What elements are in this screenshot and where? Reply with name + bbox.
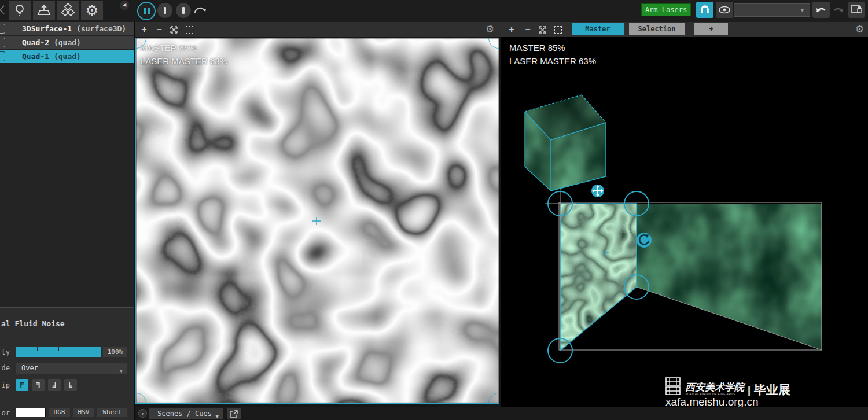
tab-selection[interactable]: Selection (629, 23, 685, 35)
wheel-button[interactable]: Wheel (97, 408, 127, 417)
zoom-in-icon[interactable]: + (506, 22, 517, 37)
view-preset-dropdown[interactable]: ▼ (734, 3, 810, 17)
layer-row-quad-2[interactable]: Quad-2(quad) (0, 36, 134, 49)
scene-3d-view[interactable]: MASTER 85% LASER MASTER 63% 西安美术学院 XI'AN… (501, 37, 868, 407)
undo-button[interactable] (812, 2, 830, 18)
open-external-button[interactable] (227, 408, 241, 419)
madmapper-app-window: ⚙ ◀ Arm Lasers (0, 0, 868, 420)
stop-bar-icon (182, 7, 185, 14)
layer-name: Quad-2 (22, 38, 49, 47)
zoom-out-icon[interactable]: − (523, 22, 533, 37)
texture-preview-canvas[interactable]: MASTER 85% LASER MASTER 63% (135, 38, 499, 404)
cube-surface3d[interactable] (518, 89, 614, 199)
opacity-label: ty (0, 348, 10, 356)
center-crosshair-icon (312, 216, 321, 226)
display-lock-icon (850, 4, 863, 16)
snap-magnet-button[interactable] (696, 2, 713, 18)
laser-preview-texture (637, 204, 822, 350)
eye-icon (718, 5, 731, 14)
blend-mode-value: Over (21, 364, 38, 372)
materials-library-button[interactable] (57, 1, 79, 20)
layer-checkbox[interactable] (0, 24, 5, 34)
opacity-value[interactable]: 100% (103, 347, 127, 357)
flip-vertical-button[interactable]: F (64, 379, 77, 391)
pause-icon (144, 8, 146, 14)
rgb-button[interactable]: RGB (49, 408, 70, 417)
academy-seal-logo (665, 377, 682, 396)
laser-master-overlay: LASER MASTER 63% (141, 56, 227, 66)
panel-divider (134, 22, 135, 420)
scene-3d-canvas (501, 37, 868, 407)
color-swatch[interactable] (16, 408, 46, 417)
stop-bar-icon (164, 7, 166, 14)
layer-type: (quad) (54, 52, 81, 61)
fit-view-icon[interactable] (539, 26, 546, 34)
watermark-separator: | (748, 385, 751, 396)
layer-type: (quad) (54, 38, 81, 47)
selection-frame-icon[interactable] (186, 26, 193, 34)
opacity-slider[interactable] (16, 347, 101, 357)
collapse-panel-button[interactable]: ◀ (120, 1, 129, 10)
watermark-url: xafa.meishu.org.cn (665, 396, 839, 407)
master-level-overlay: MASTER 85% (509, 43, 565, 53)
redo-icon-disabled[interactable] (832, 5, 845, 15)
zoom-out-icon[interactable]: − (154, 22, 164, 37)
chevron-down-icon: ▼ (120, 366, 123, 377)
divider (0, 338, 134, 338)
chevron-down-icon: ▼ (216, 411, 219, 420)
lightbulb-icon (14, 4, 25, 17)
settings-button[interactable]: ⚙ (81, 1, 103, 20)
restart-loop-icon[interactable] (193, 3, 208, 17)
output-setup-button[interactable] (33, 1, 55, 20)
mode-label: de (0, 364, 10, 372)
tab-add[interactable]: + (694, 23, 728, 35)
layer-type: (surface3D) (76, 24, 126, 33)
pause-button[interactable] (137, 2, 156, 20)
tab-master[interactable]: Master (572, 23, 624, 35)
move-handle[interactable] (591, 185, 604, 197)
blend-mode-dropdown[interactable]: Over ▼ (16, 363, 127, 374)
layer-name: Quad-1 (22, 52, 49, 61)
divider (0, 400, 134, 400)
watermark: 西安美术学院 XI'AN ACADEMY OF FINE ARTS | 毕业展 … (665, 377, 839, 407)
layer-checkbox[interactable] (0, 38, 5, 47)
layer-row-quad-1-selected[interactable]: Quad-1(quad) (0, 50, 134, 63)
cue-stop-button-2[interactable] (176, 3, 191, 18)
layer-checkbox[interactable] (0, 51, 5, 61)
flip-horizontal-button[interactable]: F (32, 379, 45, 391)
gear-icon[interactable]: ⚙ (855, 22, 864, 37)
chevron-down-icon: ▼ (800, 8, 805, 13)
layer-row-3dsurface-1[interactable]: 3DSurface-1(surface3D) (0, 22, 134, 35)
material-properties-panel: al Fluid Noise ty 100% de Over ▼ ip F F … (0, 307, 134, 420)
cue-stop-button-1[interactable] (157, 3, 172, 18)
scenes-cues-label: Scenes / Cues (157, 410, 212, 418)
selection-frame-icon[interactable] (554, 26, 562, 34)
scenes-cues-dropdown[interactable]: Scenes / Cues ▼ (149, 408, 223, 419)
preview-lamp-button[interactable] (9, 1, 31, 20)
undo-icon (815, 5, 827, 15)
zoom-in-icon[interactable]: + (139, 22, 149, 37)
layer-name: 3DSurface-1 (22, 24, 72, 33)
material-title: al Fluid Noise (1, 319, 65, 328)
gear-icon[interactable]: ⚙ (486, 22, 494, 37)
flip-label: ip (0, 381, 10, 389)
rotate-handle[interactable] (637, 233, 652, 248)
expand-panel-button[interactable]: ▾ (138, 409, 147, 418)
texture-view-toolbar: + − ⚙ (135, 22, 501, 37)
magnet-icon (700, 4, 710, 16)
open-external-icon (230, 410, 238, 418)
hsv-button[interactable]: HSV (73, 408, 94, 417)
visibility-button[interactable] (716, 2, 733, 18)
flip-normal-button[interactable]: F (16, 379, 28, 391)
academy-name: 西安美术学院 (685, 382, 744, 393)
color-label: or (0, 409, 10, 417)
cubes-icon (61, 3, 75, 17)
panel-divider (501, 22, 501, 407)
main-toolbar: ⚙ ◀ Arm Lasers (0, 0, 868, 22)
bottom-bar: ▾ Scenes / Cues ▼ (135, 407, 868, 420)
fit-view-icon[interactable] (170, 26, 178, 34)
arm-lasers-button[interactable]: Arm Lasers (641, 3, 691, 16)
scene-view-toolbar: + − Master Selection + ⚙ (501, 22, 868, 37)
flip-rotate180-button[interactable]: F (48, 379, 61, 391)
lock-output-button[interactable] (848, 2, 865, 18)
